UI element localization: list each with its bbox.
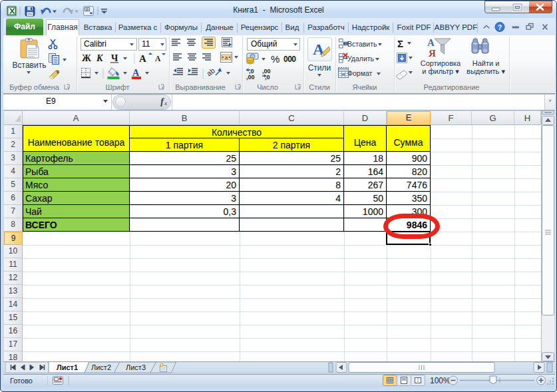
svg-text:100%: 100% [430, 376, 451, 385]
svg-text:А: А [427, 37, 435, 48]
svg-text:%: % [271, 53, 279, 65]
svg-text:К: К [96, 53, 104, 63]
svg-text:?: ? [498, 23, 502, 31]
svg-text:,0: ,0 [265, 74, 270, 81]
svg-text:Ж: Ж [82, 53, 91, 63]
svg-text:Лист3: Лист3 [126, 363, 146, 371]
svg-text:a: a [225, 55, 228, 61]
svg-text:А: А [139, 53, 146, 64]
svg-text:Σ: Σ [397, 38, 403, 49]
svg-text:Ч: Ч [111, 53, 118, 63]
svg-text:,00: ,00 [246, 74, 255, 81]
svg-text:А: А [132, 68, 140, 78]
svg-text:ab: ab [205, 67, 216, 78]
svg-text:Я: Я [429, 48, 436, 59]
svg-text:Лист1: Лист1 [57, 363, 78, 371]
svg-text:Лист2: Лист2 [91, 363, 111, 371]
svg-text:000: 000 [283, 55, 296, 64]
svg-text:А: А [155, 55, 161, 63]
